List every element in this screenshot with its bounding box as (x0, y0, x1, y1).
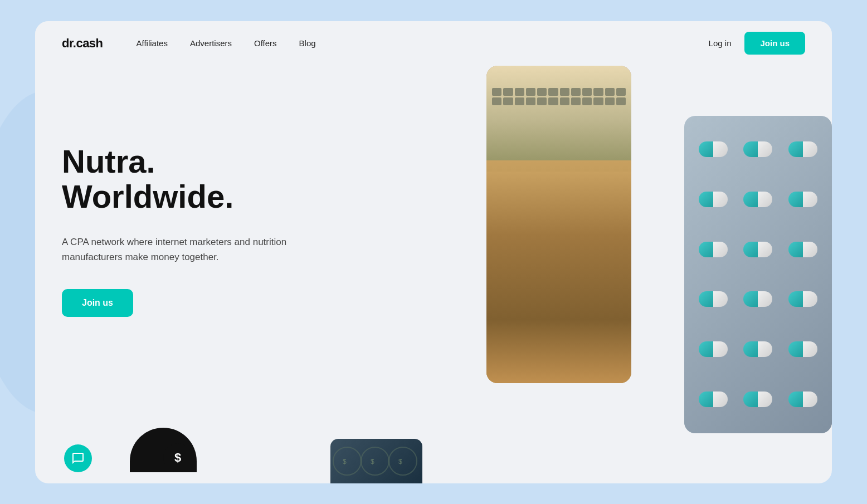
hero-title-line1: Nutra. (62, 143, 155, 179)
svg-text:$: $ (343, 458, 347, 466)
pill (788, 141, 817, 157)
hero-content: Nutra. Worldwide. A CPA network where in… (62, 99, 396, 317)
pill (699, 392, 728, 407)
key (605, 88, 615, 96)
svg-point-13 (389, 447, 417, 475)
nav-blog[interactable]: Blog (299, 38, 316, 48)
pill-cell (783, 177, 823, 222)
nav-offers[interactable]: Offers (254, 38, 277, 48)
join-button-nav[interactable]: Join us (744, 32, 805, 55)
svg-text:$: $ (371, 458, 374, 466)
hero-subtitle: A CPA network where internet marketers a… (62, 234, 329, 265)
pill-cell (738, 376, 778, 422)
pill (788, 392, 817, 407)
pill-cell (738, 276, 778, 322)
join-button-hero[interactable]: Join us (62, 289, 133, 317)
svg-rect-2 (495, 205, 606, 269)
key (605, 97, 615, 105)
key (492, 97, 501, 105)
pill (788, 242, 817, 257)
svg-rect-0 (498, 199, 609, 266)
key (582, 88, 592, 96)
pill (699, 291, 728, 307)
keyboard-area (486, 66, 631, 172)
key (616, 97, 626, 105)
pill-cell (783, 127, 823, 173)
hero-title: Nutra. Worldwide. (62, 144, 396, 215)
key (582, 97, 592, 105)
svg-point-6 (532, 261, 552, 316)
svg-text:FEDERAL RESERVE: FEDERAL RESERVE (531, 225, 585, 231)
keyboard-keys (486, 77, 631, 116)
pill-cell (783, 376, 823, 422)
pill-cell (693, 227, 733, 272)
dollar-circle: $ (163, 443, 192, 472)
pill-cell (693, 177, 733, 222)
svg-point-10 (535, 311, 549, 316)
pill (788, 291, 817, 307)
logo[interactable]: dr.cash (62, 36, 103, 51)
login-link[interactable]: Log in (709, 38, 732, 48)
pill (699, 242, 728, 257)
pills-image (684, 116, 832, 433)
svg-point-5 (520, 261, 598, 361)
pill-cell (693, 376, 733, 422)
key (593, 97, 603, 105)
key (560, 97, 569, 105)
key (515, 97, 524, 105)
money-image: $100 FEDERAL RESERVE (486, 66, 631, 383)
key (593, 88, 603, 96)
key (560, 88, 569, 96)
pill-cell (738, 177, 778, 222)
pill-cell (693, 127, 733, 173)
key (571, 97, 581, 105)
pills-grid (684, 116, 832, 433)
pill (743, 341, 772, 357)
pill (743, 192, 772, 207)
key (616, 88, 626, 96)
svg-point-7 (549, 255, 569, 316)
key (548, 97, 558, 105)
hero-title-line2: Worldwide. (62, 178, 233, 214)
nav-links: Affiliates Advertisers Offers Blog (137, 38, 709, 48)
svg-point-9 (520, 277, 537, 322)
nav-right: Log in Join us (709, 32, 805, 55)
navbar: dr.cash Affiliates Advertisers Offers Bl… (35, 21, 832, 66)
chat-widget[interactable] (64, 444, 92, 472)
pill (743, 242, 772, 257)
key (526, 88, 535, 96)
bottom-money-image: $ $ $ (330, 439, 422, 483)
pill (743, 291, 772, 307)
pill (743, 141, 772, 157)
pill (699, 192, 728, 207)
key (571, 88, 581, 96)
hero-images: $100 FEDERAL RESERVE (486, 43, 832, 483)
key (503, 97, 513, 105)
pill-cell (693, 326, 733, 372)
key (515, 88, 524, 96)
svg-text:$100: $100 (531, 229, 553, 241)
svg-text:$: $ (398, 458, 402, 466)
svg-point-11 (333, 447, 361, 475)
pill (788, 341, 817, 357)
bottom-money-svg: $ $ $ (330, 439, 422, 483)
pill (743, 392, 772, 407)
pill-cell (738, 326, 778, 372)
svg-point-8 (566, 261, 586, 316)
pill-cell (783, 326, 823, 372)
pill-cell (783, 227, 823, 272)
pill (699, 141, 728, 157)
money-svg: $100 FEDERAL RESERVE (486, 160, 631, 383)
nav-advertisers[interactable]: Advertisers (190, 38, 232, 48)
key (503, 88, 513, 96)
key (537, 97, 547, 105)
pill (788, 192, 817, 207)
outer-wrapper: dr.cash Affiliates Advertisers Offers Bl… (18, 14, 849, 490)
money-hand-area: $100 FEDERAL RESERVE (486, 160, 631, 383)
nav-affiliates[interactable]: Affiliates (137, 38, 168, 48)
key (492, 88, 501, 96)
key (537, 88, 547, 96)
main-card: dr.cash Affiliates Advertisers Offers Bl… (35, 21, 832, 483)
pill-cell (783, 276, 823, 322)
key (548, 88, 558, 96)
